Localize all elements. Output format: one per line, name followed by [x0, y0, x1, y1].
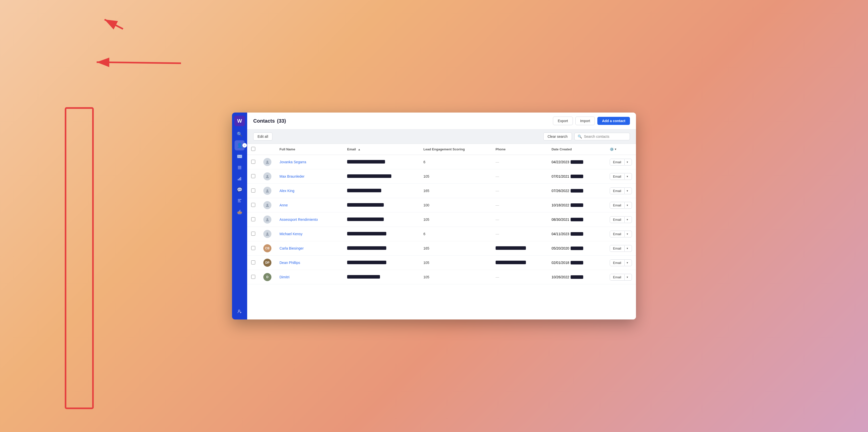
email-action-button[interactable]: Email	[610, 217, 624, 223]
row-checkbox[interactable]	[251, 246, 255, 250]
email-action-button[interactable]: Email	[610, 274, 624, 280]
action-btn-group: Email ▾	[610, 274, 632, 280]
row-name-cell: Carla Biesinger	[275, 241, 343, 256]
email-action-button[interactable]: Email	[610, 245, 624, 252]
main-content: Contacts (33) Export Import Add a contac…	[247, 112, 636, 320]
email-action-button[interactable]: Email	[610, 188, 624, 194]
row-checkbox[interactable]	[251, 203, 255, 207]
row-checkbox-cell	[247, 198, 259, 212]
edit-all-button[interactable]: Edit all	[253, 132, 272, 140]
email-action-dropdown[interactable]: ▾	[624, 174, 630, 179]
phone-dash: —	[496, 203, 499, 207]
row-checkbox[interactable]	[251, 260, 255, 264]
sidebar-item-contacts[interactable]: 👤 ‹	[235, 140, 245, 151]
contact-name-link[interactable]: Alex King	[279, 189, 294, 193]
th-full-name: Full Name	[275, 144, 343, 155]
email-action-dropdown[interactable]: ▾	[624, 159, 630, 165]
th-email[interactable]: Email ▲	[343, 144, 420, 155]
sidebar-item-search[interactable]: 🔍	[235, 129, 245, 139]
avatar	[263, 158, 271, 166]
date-text: 10/26/2022	[551, 275, 569, 279]
sidebar-item-add-users[interactable]	[235, 306, 245, 317]
email-action-dropdown[interactable]: ▾	[624, 202, 630, 208]
sidebar-item-email[interactable]: ✉️	[235, 152, 245, 162]
contact-name-link[interactable]: Dimitri	[279, 275, 289, 279]
email-action-dropdown[interactable]: ▾	[624, 274, 630, 280]
row-checkbox[interactable]	[251, 275, 255, 279]
sidebar-item-pie-chart[interactable]: 🥧	[235, 207, 245, 217]
svg-line-19	[104, 20, 123, 29]
row-checkbox[interactable]	[251, 232, 255, 236]
search-box[interactable]: 🔍	[575, 133, 630, 140]
sidebar-item-messages[interactable]: 💬	[235, 185, 245, 195]
toolbar: Edit all Clear search 🔍	[247, 129, 636, 144]
add-contact-button[interactable]: Add a contact	[597, 117, 630, 125]
contact-name-link[interactable]: Max Braunleder	[279, 174, 305, 178]
select-all-checkbox[interactable]	[251, 147, 255, 151]
row-checkbox-cell	[247, 184, 259, 198]
th-action-dropdown[interactable]: ▾	[615, 147, 616, 151]
row-avatar-cell: D	[259, 270, 275, 285]
contact-name-link[interactable]: Dean Phillips	[279, 261, 300, 265]
svg-rect-0	[238, 166, 241, 167]
row-email-cell	[343, 241, 420, 256]
row-action-cell: Email ▾	[606, 169, 636, 184]
th-lead-score: Lead Engagement Scoring	[420, 144, 492, 155]
contact-name-link[interactable]: Michael Kensy	[279, 232, 303, 236]
export-button[interactable]: Export	[553, 117, 572, 125]
sidebar-item-lists[interactable]	[235, 163, 245, 173]
sidebar-collapse-icon[interactable]: ‹	[242, 143, 247, 147]
row-checkbox[interactable]	[251, 189, 255, 193]
phone-dash: —	[496, 174, 499, 178]
contact-name-link[interactable]: Jovanka Segarra	[279, 160, 306, 164]
settings-icon[interactable]: ⚙️	[610, 147, 614, 151]
email-action-dropdown[interactable]: ▾	[624, 188, 630, 194]
date-text: 05/20/2020	[551, 246, 569, 250]
svg-rect-21	[66, 108, 93, 408]
date-text: 04/22/2023	[551, 160, 569, 164]
row-checkbox[interactable]	[251, 174, 255, 178]
sidebar-item-bar-chart[interactable]	[235, 174, 245, 184]
email-bar	[347, 160, 385, 164]
th-action: ⚙️ ▾	[606, 144, 636, 155]
clear-search-button[interactable]: Clear search	[543, 132, 572, 140]
search-input[interactable]	[584, 134, 627, 138]
contact-name-link[interactable]: Anne	[279, 203, 288, 207]
row-name-cell: Alex King	[275, 184, 343, 198]
row-phone-cell: —	[492, 169, 548, 184]
svg-point-13	[267, 175, 268, 177]
row-avatar-cell	[259, 169, 275, 184]
row-lead-score-cell: 6	[420, 227, 492, 241]
contact-name-link[interactable]: Assessport Rendimiento	[279, 218, 318, 222]
email-action-button[interactable]: Email	[610, 159, 624, 165]
sidebar: W 🔍 👤 ‹ ✉️ 💬	[232, 112, 247, 320]
email-action-dropdown[interactable]: ▾	[624, 217, 630, 223]
date-text: 07/01/2021	[551, 174, 569, 178]
avatar: D	[263, 273, 271, 281]
email-action-button[interactable]: Email	[610, 202, 624, 208]
contacts-table-container: Full Name Email ▲ Lead Engagement Scorin…	[247, 144, 636, 320]
row-email-cell	[343, 184, 420, 198]
email-action-button[interactable]: Email	[610, 173, 624, 180]
email-action-dropdown[interactable]: ▾	[624, 245, 630, 251]
row-email-cell	[343, 227, 420, 241]
row-lead-score-cell: 105	[420, 169, 492, 184]
row-checkbox[interactable]	[251, 217, 255, 221]
email-action-button[interactable]: Email	[610, 231, 624, 237]
table-row: Assessport Rendimiento105—08/30/2021 Ema…	[247, 212, 636, 227]
row-checkbox-cell	[247, 256, 259, 270]
email-action-dropdown[interactable]: ▾	[624, 260, 630, 266]
row-avatar-cell	[259, 227, 275, 241]
sidebar-item-reports[interactable]	[235, 196, 245, 206]
email-action-dropdown[interactable]: ▾	[624, 231, 630, 237]
email-action-button[interactable]: Email	[610, 260, 624, 266]
row-action-cell: Email ▾	[606, 212, 636, 227]
row-avatar-cell	[259, 155, 275, 169]
contact-name-link[interactable]: Carla Biesinger	[279, 246, 304, 250]
row-checkbox[interactable]	[251, 160, 255, 164]
date-bar	[570, 275, 583, 279]
date-text: 07/26/2022	[551, 189, 569, 193]
row-lead-score-cell: 100	[420, 198, 492, 212]
import-button[interactable]: Import	[576, 117, 595, 125]
row-date-cell: 10/26/2022	[547, 270, 606, 285]
